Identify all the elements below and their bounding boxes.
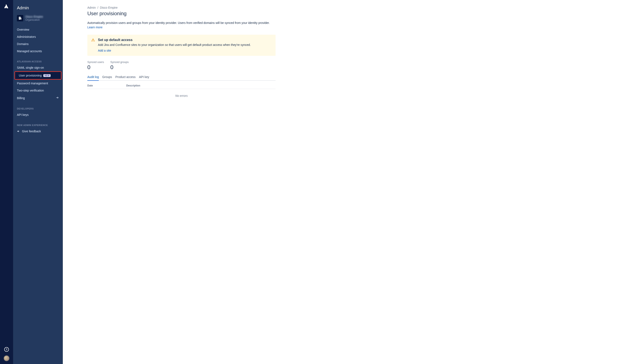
stat-synced-groups: Synced groups 0 xyxy=(110,60,129,71)
sidebar-item-label: Give feedback xyxy=(22,130,41,133)
sidebar-item-billing[interactable]: Billing xyxy=(13,94,63,102)
warning-icon xyxy=(91,38,95,52)
nav-heading-developers: DEVELOPERS xyxy=(13,105,63,111)
stat-label: Synced groups xyxy=(110,60,129,64)
stat-synced-users: Synced users 0 xyxy=(87,60,104,71)
sidebar-item-api-keys[interactable]: API keys xyxy=(13,111,63,118)
atlassian-logo-icon[interactable] xyxy=(4,4,9,10)
nav-group-access: ATLASSIAN ACCESS SAML single sign-on Use… xyxy=(13,56,63,104)
sidebar-item-label: Billing xyxy=(17,96,25,100)
page-title: User provisioning xyxy=(87,11,276,16)
intro-paragraph: Automatically provision users and groups… xyxy=(87,21,276,30)
sidebar-item-label: API keys xyxy=(17,113,28,117)
intro-text: Automatically provision users and groups… xyxy=(87,21,270,25)
megaphone-icon xyxy=(17,130,20,133)
new-badge: NEW xyxy=(43,74,51,77)
tab-audit-log[interactable]: Audit log xyxy=(87,75,99,81)
stat-value: 0 xyxy=(110,64,129,71)
breadcrumb-org[interactable]: Disco Empire xyxy=(100,6,118,9)
sidebar-title: Admin xyxy=(13,4,63,14)
sidebar-item-label: SAML single sign-on xyxy=(17,66,44,69)
tab-api-key[interactable]: API key xyxy=(139,75,149,81)
banner-title: Set up default access xyxy=(98,38,272,42)
tab-product-access[interactable]: Product access xyxy=(115,75,135,81)
stat-value: 0 xyxy=(87,64,104,71)
nav-heading-new-admin: NEW ADMIN EXPERIENCE xyxy=(13,122,63,128)
sidebar-item-administrators[interactable]: Administrators xyxy=(13,33,63,40)
sidebar-item-label: Administrators xyxy=(17,35,36,39)
sidebar-item-overview[interactable]: Overview xyxy=(13,26,63,33)
highlight-annotation: User provisioning NEW xyxy=(14,71,62,80)
user-avatar[interactable] xyxy=(4,356,9,361)
sidebar-item-label: Two-step verification xyxy=(17,89,44,92)
org-subtitle: Organization xyxy=(25,18,43,21)
column-header-date: Date xyxy=(87,84,126,87)
sidebar: Admin Disco Empire Organization Overview… xyxy=(13,0,63,364)
warning-banner: Set up default access Add Jira and Confl… xyxy=(87,35,276,56)
table-empty-state: No errors xyxy=(87,89,276,103)
banner-text: Add Jira and Confluence sites to your or… xyxy=(98,43,272,47)
sidebar-item-saml[interactable]: SAML single sign-on xyxy=(13,64,63,71)
org-name: Disco Empire xyxy=(25,15,43,18)
sidebar-item-label: User provisioning xyxy=(19,74,42,77)
arrow-right-icon xyxy=(56,96,59,100)
nav-group-main: Overview Administrators Domains Managed … xyxy=(13,24,63,56)
nav-heading-access: ATLASSIAN ACCESS xyxy=(13,58,63,64)
sidebar-item-label: Domains xyxy=(17,42,28,46)
org-switcher[interactable]: Disco Empire Organization xyxy=(13,14,63,24)
sidebar-item-label: Password management xyxy=(17,82,48,85)
learn-more-link[interactable]: Learn more xyxy=(87,26,103,29)
sidebar-item-two-step[interactable]: Two-step verification xyxy=(13,87,63,94)
help-icon[interactable]: ? xyxy=(4,347,9,352)
sidebar-item-label: Managed accounts xyxy=(17,50,42,53)
nav-group-developers: DEVELOPERS API keys xyxy=(13,104,63,120)
stat-label: Synced users xyxy=(87,60,104,64)
tab-groups[interactable]: Groups xyxy=(102,75,112,81)
app-rail: ? xyxy=(0,0,13,364)
sidebar-item-give-feedback[interactable]: Give feedback xyxy=(13,128,63,135)
main-content: Admin / Disco Empire User provisioning A… xyxy=(63,0,618,364)
breadcrumb-root[interactable]: Admin xyxy=(87,6,96,9)
stats-row: Synced users 0 Synced groups 0 xyxy=(87,60,276,71)
audit-table-header: Date Description xyxy=(87,84,276,89)
building-icon xyxy=(17,15,23,21)
tabs: Audit log Groups Product access API key xyxy=(87,75,276,81)
column-header-description: Description xyxy=(126,84,276,87)
breadcrumb-separator: / xyxy=(97,6,98,9)
sidebar-item-label: Overview xyxy=(17,28,29,31)
add-site-link[interactable]: Add a site xyxy=(98,49,111,52)
sidebar-item-managed-accounts[interactable]: Managed accounts xyxy=(13,48,63,55)
sidebar-item-password-management[interactable]: Password management xyxy=(13,80,63,87)
sidebar-item-user-provisioning[interactable]: User provisioning NEW xyxy=(15,72,61,79)
nav-group-new-admin: NEW ADMIN EXPERIENCE Give feedback xyxy=(13,120,63,137)
breadcrumb: Admin / Disco Empire xyxy=(87,6,276,9)
sidebar-item-domains[interactable]: Domains xyxy=(13,40,63,48)
